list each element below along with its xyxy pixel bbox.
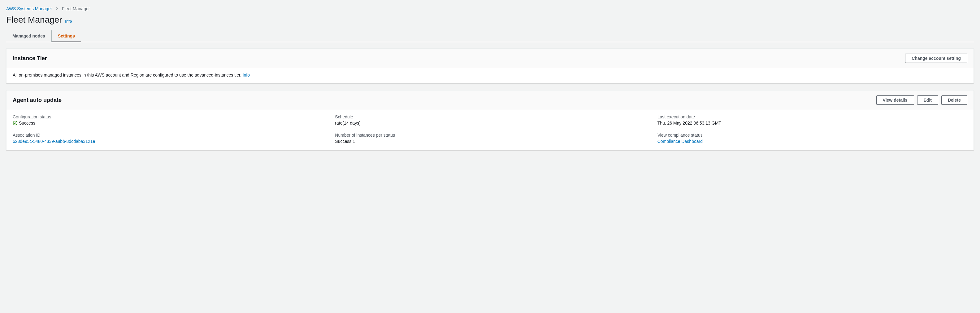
page-info-link[interactable]: Info bbox=[65, 19, 72, 24]
compliance-dashboard-link[interactable]: Compliance Dashboard bbox=[657, 139, 967, 144]
tab-settings[interactable]: Settings bbox=[51, 30, 81, 42]
association-id-link[interactable]: 623de95c-5480-4339-a8bb-8dcdaba3121e bbox=[13, 139, 323, 144]
schedule-label: Schedule bbox=[335, 114, 645, 119]
instance-tier-panel: Instance Tier Change account setting All… bbox=[6, 48, 974, 83]
field-schedule: Schedule rate(14 days) bbox=[335, 114, 645, 126]
delete-button[interactable]: Delete bbox=[941, 96, 967, 105]
schedule-value: rate(14 days) bbox=[335, 121, 645, 126]
last-exec-value: Thu, 26 May 2022 06:53:13 GMT bbox=[657, 121, 967, 126]
chevron-right-icon bbox=[55, 7, 59, 11]
num-instances-value: Success:1 bbox=[335, 139, 645, 144]
instance-tier-description: All on-premises managed instances in thi… bbox=[13, 72, 250, 77]
config-status-label: Configuration status bbox=[13, 114, 323, 119]
breadcrumb: AWS Systems Manager Fleet Manager bbox=[6, 6, 974, 11]
association-id-label: Association ID bbox=[13, 133, 323, 137]
breadcrumb-current: Fleet Manager bbox=[62, 6, 90, 11]
breadcrumb-root-link[interactable]: AWS Systems Manager bbox=[6, 6, 52, 11]
field-association-id: Association ID 623de95c-5480-4339-a8bb-8… bbox=[13, 133, 323, 144]
last-exec-label: Last execution date bbox=[657, 114, 967, 119]
page-title: Fleet Manager bbox=[6, 15, 62, 25]
field-compliance: View compliance status Compliance Dashbo… bbox=[657, 133, 967, 144]
config-status-value: Success bbox=[19, 121, 35, 126]
compliance-label: View compliance status bbox=[657, 133, 967, 137]
tabs: Managed nodes Settings bbox=[6, 30, 974, 42]
num-instances-label: Number of instances per status bbox=[335, 133, 645, 137]
agent-auto-update-title: Agent auto update bbox=[13, 97, 62, 104]
field-last-exec: Last execution date Thu, 26 May 2022 06:… bbox=[657, 114, 967, 126]
success-check-icon bbox=[13, 121, 18, 126]
instance-tier-title: Instance Tier bbox=[13, 55, 47, 62]
instance-tier-description-text: All on-premises managed instances in thi… bbox=[13, 72, 242, 77]
field-config-status: Configuration status Success bbox=[13, 114, 323, 126]
change-account-setting-button[interactable]: Change account setting bbox=[905, 54, 967, 63]
instance-tier-info-link[interactable]: Info bbox=[243, 72, 250, 77]
field-num-instances: Number of instances per status Success:1 bbox=[335, 133, 645, 144]
edit-button[interactable]: Edit bbox=[917, 96, 938, 105]
view-details-button[interactable]: View details bbox=[876, 96, 914, 105]
agent-auto-update-panel: Agent auto update View details Edit Dele… bbox=[6, 90, 974, 150]
tab-managed-nodes[interactable]: Managed nodes bbox=[6, 30, 51, 42]
